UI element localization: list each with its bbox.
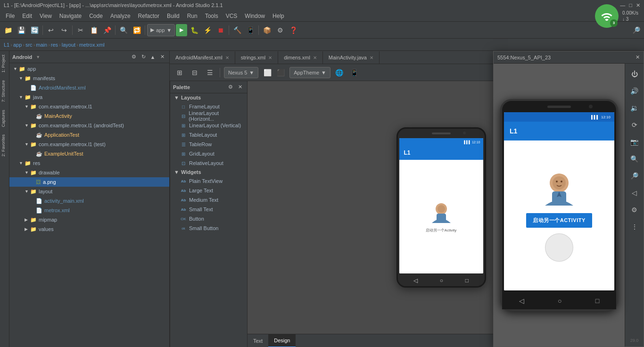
app-dropdown[interactable]: ▶app▼ [147,24,175,36]
emulator-back-btn[interactable]: ◁ [519,297,524,305]
palette-tablelayout[interactable]: ⊞ TableLayout [170,130,247,140]
locale-btn[interactable]: 🌐 [333,66,346,79]
tree-metrox[interactable]: 📄 metrox.xml [9,206,169,215]
gradle-btn[interactable]: 🔨 [231,24,243,36]
emu-back-btn[interactable]: ◁ [628,186,641,199]
tree-androidmanifest[interactable]: 📄 AndroidManifest.xml [9,83,169,92]
tree-package-test[interactable]: ▼ 📁 com.example.metrox.l1 (test) [9,140,169,149]
tab-close-dimens[interactable]: ✕ [313,55,317,60]
emu-power-btn[interactable]: ⏻ [628,67,641,81]
canvas-tab-design[interactable]: Design [268,334,296,347]
menu-refactor[interactable]: Refactor [134,12,163,20]
menu-navigate[interactable]: Navigate [56,12,85,20]
toolbar-open-btn[interactable]: 📁 [2,24,14,36]
tree-res[interactable]: ▼ 📁 res [9,158,169,168]
stop-button[interactable]: ⏹ [215,24,227,36]
api-btn[interactable]: 📱 [348,66,361,79]
debug-button[interactable]: 🐛 [188,24,200,36]
tree-package-androidtest[interactable]: ▼ 📁 com.example.metrox.l1 (androidTest) [9,121,169,130]
tree-mainactivity[interactable]: ☕ MainActivity [9,111,169,121]
emu-vol-up-btn[interactable]: 🔊 [628,84,641,98]
breadcrumb-main[interactable]: main [36,42,47,48]
toolbar-redo-btn[interactable]: ↪ [58,24,70,36]
palette-relativelayout[interactable]: ⊡ RelativeLayout [170,158,247,168]
device-dropdown[interactable]: Nexus 5 ▼ [224,67,258,78]
palette-small-button[interactable]: ok Small Button [170,223,247,233]
settings-btn[interactable]: ⚙ [274,24,286,36]
toolbar-replace-btn[interactable]: 🔁 [131,24,143,36]
captures-label[interactable]: Captures [0,106,9,131]
emu-screenshot-btn[interactable]: 📷 [628,135,641,149]
toolbar-copy-btn[interactable]: 📋 [88,24,100,36]
tree-activity-main[interactable]: 📄 activity_main.xml [9,196,169,206]
emulator-recents-btn[interactable]: □ [595,297,599,305]
sdk-btn[interactable]: 📦 [261,24,273,36]
emu-more-btn[interactable]: ⋮ [628,220,641,233]
phone-back-btn[interactable]: ◁ [413,277,418,284]
tab-mainactivity[interactable]: MainActivity.java ✕ [323,51,380,64]
design-grid-btn[interactable]: ⊟ [189,66,201,79]
theme-dropdown[interactable]: AppTheme ▼ [289,67,330,78]
toolbar-save-btn[interactable]: 💾 [15,24,27,36]
emu-vol-down-btn[interactable]: 🔉 [628,101,641,115]
tree-apng[interactable]: 🖼 a.png [9,177,169,187]
breadcrumb-metrox[interactable]: metrox.xml [79,42,105,48]
emu-zoom-in-btn[interactable]: 🔍 [628,152,641,165]
tab-close-strings[interactable]: ✕ [268,55,272,60]
breadcrumb-src[interactable]: src [25,42,33,48]
portrait-btn[interactable]: ⬜ [261,66,273,79]
palette-medium-text[interactable]: Ab Medium Text [170,195,247,205]
palette-linearlayout-h[interactable]: ⊟ LinearLayout (Horizont... [170,111,247,121]
toolbar-sync-btn[interactable]: 🔄 [28,24,41,36]
menu-help[interactable]: Help [269,12,288,20]
palette-linearlayout-v[interactable]: ⊞ LinearLayout (Vertical) [170,121,247,130]
structure-panel-label[interactable]: 7: Structure [0,76,9,106]
phone-recents-btn[interactable]: □ [465,277,469,284]
tab-strings[interactable]: strings.xml ✕ [235,51,279,64]
tree-values[interactable]: ▶ 📁 values [9,224,169,234]
toolbar-search-btn[interactable]: 🔍 [117,24,130,36]
design-view-btn[interactable]: ☰ [204,66,216,79]
menu-run[interactable]: Run [183,12,201,20]
palette-tablerow[interactable]: ☰ TableRow [170,140,247,149]
tree-mipmap[interactable]: ▶ 📁 mipmap [9,215,169,224]
tab-dimens[interactable]: dimens.xml ✕ [278,51,323,64]
menu-build[interactable]: Build [163,12,183,20]
menu-vcs[interactable]: VCS [222,12,241,20]
search-everywhere-btn[interactable]: 🔎 [630,24,642,36]
palette-gridlayout[interactable]: ⊞ GridLayout [170,149,247,158]
tree-app[interactable]: ▼ 📁 app [9,64,169,74]
toolbar-paste-btn[interactable]: 📌 [101,24,113,36]
breadcrumb-layout[interactable]: layout [62,42,75,48]
emulator-launch-btn[interactable]: 启动另一个ACTIVITY [526,213,592,228]
emulator-close-btn[interactable]: ✕ [636,54,640,60]
landscape-btn[interactable]: ⬛ [274,66,287,79]
palette-small-text[interactable]: Ab Small Text [170,205,247,214]
panel-collapse-btn[interactable]: ▲ [149,53,157,61]
menu-file[interactable]: File [2,12,18,20]
tree-package-main[interactable]: ▼ 📁 com.example.metrox.l1 [9,102,169,111]
layouts-section-header[interactable]: ▼ Layouts [170,93,247,102]
tab-close-mainactivity[interactable]: ✕ [370,55,373,60]
tree-java[interactable]: ▼ 📁 java [9,92,169,102]
project-panel-label[interactable]: 1: Project [0,51,9,76]
tree-manifests[interactable]: ▼ 📁 manifests [9,74,169,83]
emulator-home-btn[interactable]: ○ [558,297,561,305]
dropdown-arrow[interactable]: ▼ [36,55,40,59]
tab-androidmanifest[interactable]: AndroidManifest.xml ✕ [170,51,235,64]
emu-rotate-btn[interactable]: ⟳ [628,118,641,132]
tree-exampleunittest[interactable]: ☕ ExampleUnitTest [9,149,169,158]
toolbar-undo-btn[interactable]: ↩ [45,24,57,36]
palette-button[interactable]: OK Button [170,214,247,223]
menu-tools[interactable]: Tools [201,12,222,20]
menu-view[interactable]: View [36,12,56,20]
menu-window[interactable]: Window [241,12,269,20]
palette-large-text[interactable]: Ab Large Text [170,186,247,195]
tree-drawable[interactable]: ▼ 📁 drawable [9,168,169,177]
palette-framelayout[interactable]: □ FrameLayout [170,102,247,111]
toolbar-cut-btn[interactable]: ✂ [74,24,87,36]
help-btn[interactable]: ❓ [287,24,299,36]
menu-code[interactable]: Code [85,12,107,20]
palette-close-btn[interactable]: ✕ [236,83,244,91]
tree-applicationtest[interactable]: ☕ ApplicationTest [9,130,169,140]
